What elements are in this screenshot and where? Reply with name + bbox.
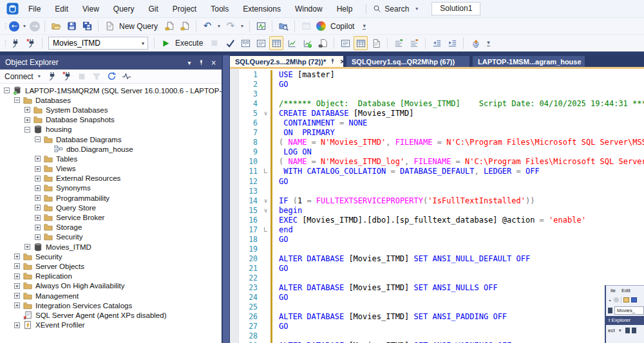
menu-item-git[interactable]: Git (142, 0, 166, 18)
execute-icon[interactable] (158, 36, 173, 50)
tab-pin-icon[interactable] (329, 58, 336, 65)
tree-item[interactable]: +Query Store (0, 203, 222, 212)
fold-collapse-icon[interactable]: ∨ (261, 196, 270, 206)
comment-icon[interactable] (392, 36, 406, 50)
expand-icon[interactable]: + (35, 195, 41, 201)
tree-item[interactable]: −Database Diagrams (0, 134, 222, 144)
sql-editor[interactable]: 1USE [master]2GO34/****** Object: Databa… (230, 69, 644, 343)
oe-disconnect-icon[interactable] (62, 71, 73, 81)
tree-item[interactable]: +Service Broker (0, 212, 222, 222)
expand-icon[interactable]: + (14, 273, 20, 279)
tree-item[interactable]: +Movies_ITMD (0, 242, 222, 252)
menu-item-edit[interactable]: Edit (48, 0, 75, 18)
menu-item-extensions[interactable]: Extensions (236, 0, 288, 18)
tree-item[interactable]: +Always On High Availability (0, 281, 222, 291)
tree-item[interactable]: +Security (0, 232, 222, 242)
menu-item-file[interactable]: File (21, 0, 48, 18)
tree-item[interactable]: +Management (0, 291, 222, 301)
collapse-icon[interactable]: − (35, 136, 41, 142)
live-statistics-icon[interactable] (300, 36, 314, 50)
fold-collapse-icon[interactable]: ∨ (261, 206, 270, 216)
activity-monitor-icon[interactable] (254, 19, 268, 33)
panel-position-caret-icon[interactable]: ▾ (188, 59, 191, 66)
expand-icon[interactable]: + (24, 117, 30, 123)
tree-item[interactable]: +System Databases (0, 105, 222, 115)
uncomment-icon[interactable] (407, 36, 421, 50)
menu-item-query[interactable]: Query (106, 0, 142, 18)
results-to-file-icon[interactable] (369, 36, 383, 50)
tree-item[interactable]: +Tables (0, 154, 222, 163)
expand-icon[interactable]: + (14, 283, 20, 289)
estimated-plan-icon[interactable] (238, 36, 252, 50)
panel-splitter[interactable] (222, 55, 230, 343)
expand-icon[interactable]: + (14, 254, 20, 259)
collapse-icon[interactable]: − (4, 88, 10, 93)
collapse-icon[interactable]: − (24, 127, 30, 133)
save-all-icon[interactable] (80, 19, 94, 33)
tree-item[interactable]: +Synonyms (0, 183, 222, 193)
tree-item[interactable]: +Server Objects (0, 261, 222, 271)
tree-item[interactable]: +XEvent Profiler (0, 320, 222, 330)
oe-stop-icon[interactable] (77, 72, 88, 81)
redo-icon[interactable]: ↷ (223, 19, 238, 33)
tree-item[interactable]: dbo.Diagram_house (0, 144, 222, 154)
tree-item[interactable]: −LAPTOP-1MSMQR2M (SQL Server 16.0.1000.6… (0, 86, 222, 95)
solution-selector[interactable]: Solution1 (431, 2, 480, 15)
expand-icon[interactable]: + (14, 322, 20, 328)
document-tab-2[interactable]: SQLQuery1.sq...QR2M\hp (67)) (346, 56, 469, 67)
document-tab-1[interactable]: SQLQuery2.s...2M\hp (72))*× (230, 56, 343, 67)
database-engine-query-icon[interactable] (162, 19, 176, 33)
mini-preview-window[interactable]: ile Edit ▾ Movies_ t Explorer ect ▾ (605, 285, 644, 343)
tree-item[interactable]: SQL Server Agent (Agent XPs disabled) (0, 310, 222, 320)
tab-close-icon[interactable]: × (339, 58, 343, 65)
search-caret-icon[interactable]: ▾ (413, 6, 420, 12)
parse-icon[interactable] (223, 36, 237, 50)
object-explorer-header[interactable]: Object Explorer ▾ × (0, 55, 222, 70)
change-connection-icon[interactable] (24, 36, 38, 50)
expand-icon[interactable]: + (35, 205, 41, 210)
menu-item-help[interactable]: Help (330, 0, 360, 18)
decrease-indent-icon[interactable] (430, 36, 444, 50)
oe-filter-icon[interactable] (91, 72, 102, 81)
analysis-services-query-icon[interactable] (178, 19, 192, 33)
window-layout-icon[interactable] (299, 19, 313, 33)
menu-item-window[interactable]: Window (288, 0, 330, 18)
expand-icon[interactable]: + (35, 156, 41, 162)
expand-icon[interactable]: + (35, 185, 41, 191)
template-values-icon[interactable]: @ (468, 36, 482, 50)
oe-connect-icon[interactable] (47, 71, 58, 81)
tree-item[interactable]: −Databases (0, 95, 222, 105)
menu-item-tools[interactable]: Tools (204, 0, 236, 18)
panel-close-icon[interactable]: × (211, 59, 216, 66)
expand-icon[interactable]: + (35, 176, 41, 181)
tree-item[interactable]: +Replication (0, 272, 222, 281)
query-options-icon[interactable] (254, 36, 268, 50)
expand-icon[interactable]: + (14, 302, 20, 308)
expand-icon[interactable]: + (24, 244, 30, 250)
redo-caret-icon[interactable]: ▾ (239, 23, 245, 29)
save-icon[interactable] (64, 19, 79, 33)
expand-icon[interactable]: + (35, 215, 41, 221)
search-control[interactable]: Search ▾ (373, 5, 420, 14)
expand-icon[interactable]: + (35, 225, 41, 230)
client-statistics-icon[interactable] (285, 36, 299, 50)
expand-icon[interactable]: + (24, 107, 30, 113)
new-query-icon[interactable] (102, 19, 117, 33)
open-file-icon[interactable] (49, 19, 63, 33)
menu-item-project[interactable]: Project (166, 0, 204, 18)
oe-refresh-icon[interactable] (106, 71, 117, 81)
include-actual-plan-icon[interactable] (269, 36, 283, 50)
cancel-query-icon[interactable] (207, 36, 222, 50)
expand-icon[interactable]: + (14, 263, 20, 269)
menu-item-view[interactable]: View (75, 0, 106, 18)
back-icon[interactable]: ← (9, 21, 19, 32)
undo-icon[interactable]: ↶ (200, 19, 214, 33)
tree-item[interactable]: +Database Snapshots (0, 115, 222, 125)
tree-item[interactable]: +Programmability (0, 193, 222, 203)
database-selector[interactable]: Movies_ITMD▾ (48, 37, 148, 50)
object-search-icon[interactable] (276, 19, 290, 33)
back-history-caret-icon[interactable]: ▾ (21, 23, 28, 29)
tree-item[interactable]: +Integration Services Catalogs (0, 301, 222, 310)
connect-menu[interactable]: Connect ▾ (5, 72, 43, 81)
toolbar-options-icon[interactable]: ▾ (363, 23, 366, 30)
